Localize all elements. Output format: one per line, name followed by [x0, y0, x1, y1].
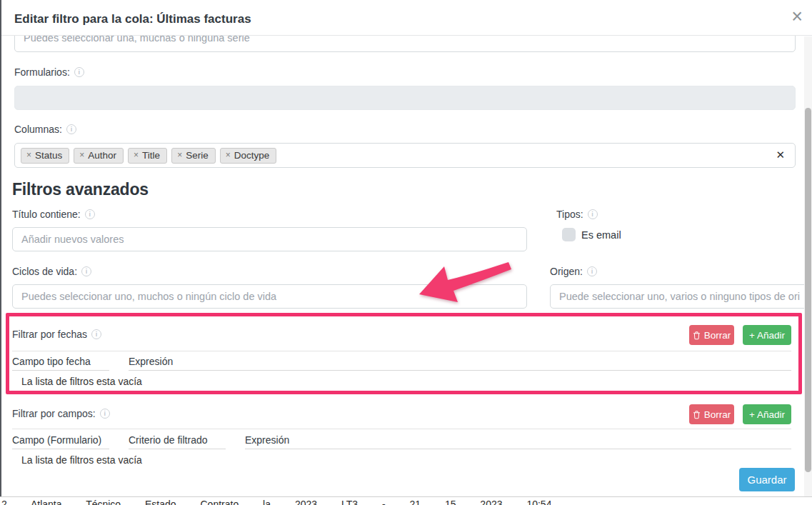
- filtrar-campos-label: Filtrar por campos: i: [12, 408, 110, 419]
- column-tag: × Doctype: [220, 148, 277, 164]
- campos-anadir-label: + Añadir: [749, 409, 785, 420]
- background-table-row: 2 Atlanta Técnico Estado Contrato la 202…: [0, 496, 812, 505]
- info-icon[interactable]: i: [81, 266, 91, 276]
- info-icon[interactable]: i: [85, 209, 95, 219]
- filtrar-fechas-label-text: Filtrar por fechas: [12, 329, 87, 340]
- titulo-contiene-label: Título contiene: i: [12, 209, 95, 220]
- origen-input[interactable]: [550, 284, 809, 309]
- column-tag-label: Status: [35, 150, 62, 161]
- campos-borrar-button[interactable]: Borrar: [689, 404, 734, 424]
- clear-all-icon[interactable]: ✕: [776, 149, 785, 161]
- formularios-label: Formularios: i: [14, 66, 84, 78]
- campos-col-campo: Campo (Formulario): [12, 434, 109, 449]
- info-icon[interactable]: i: [588, 209, 598, 219]
- remove-tag-icon[interactable]: ×: [26, 151, 31, 159]
- column-tag: × Serie: [171, 148, 216, 164]
- campos-empty-text: La lista de filtros esta vacía: [21, 454, 142, 466]
- background-row-text: 2 Atlanta Técnico Estado Contrato la 202…: [1, 499, 812, 505]
- scrollbar-thumb[interactable]: [805, 108, 811, 472]
- info-icon[interactable]: i: [587, 266, 597, 276]
- es-email-checkbox[interactable]: [562, 228, 576, 241]
- remove-tag-icon[interactable]: ×: [177, 151, 182, 159]
- trash-icon: [693, 331, 701, 340]
- columnas-multiselect[interactable]: × Status × Author × Title × Serie × Doct…: [14, 143, 796, 168]
- campos-col-expresion: Expresión: [245, 434, 791, 449]
- campos-borrar-label: Borrar: [704, 409, 731, 420]
- page-left-edge: [0, 0, 1, 496]
- titulo-contiene-label-text: Título contiene:: [12, 209, 81, 220]
- divider: [12, 351, 791, 351]
- ciclos-vida-label: Ciclos de vida: i: [12, 266, 91, 277]
- column-tag-label: Doctype: [234, 150, 270, 161]
- modal-title: Editar filtro para la cola: Últimas fact…: [14, 12, 251, 26]
- tipos-label-text: Tipos:: [556, 209, 583, 220]
- guardar-button[interactable]: Guardar: [739, 468, 795, 491]
- column-tag-label: Author: [88, 150, 116, 161]
- fechas-col-expresion: Expresión: [129, 356, 791, 371]
- divider: [12, 429, 791, 429]
- formularios-label-text: Formularios:: [14, 66, 70, 78]
- remove-tag-icon[interactable]: ×: [226, 151, 231, 159]
- es-email-label: Es email: [581, 229, 621, 241]
- filtrar-campos-label-text: Filtrar por campos:: [12, 408, 96, 419]
- filtrar-fechas-label: Filtrar por fechas i: [12, 329, 101, 340]
- fechas-borrar-label: Borrar: [704, 330, 731, 341]
- column-tag-label: Serie: [186, 150, 209, 161]
- info-icon[interactable]: i: [91, 329, 101, 339]
- trash-icon: [693, 410, 701, 419]
- columnas-label-text: Columnas:: [14, 124, 62, 135]
- tipos-label: Tipos: i: [556, 209, 598, 220]
- fechas-col-campo: Campo tipo fecha: [12, 356, 109, 371]
- fechas-empty-text: La lista de filtros esta vacía: [21, 376, 142, 387]
- columnas-label: Columnas: i: [14, 124, 76, 135]
- guardar-label: Guardar: [747, 474, 786, 486]
- campos-col-criterio: Criterio de filtrado: [129, 434, 226, 449]
- info-icon[interactable]: i: [66, 124, 76, 134]
- fechas-borrar-button[interactable]: Borrar: [689, 325, 734, 345]
- column-tag: × Title: [128, 148, 167, 164]
- ciclos-vida-label-text: Ciclos de vida:: [12, 266, 77, 277]
- advanced-filters-heading: Filtros avanzados: [12, 180, 149, 199]
- titulo-contiene-input[interactable]: [12, 227, 527, 251]
- remove-tag-icon[interactable]: ×: [79, 151, 84, 159]
- origen-label-text: Origen:: [550, 266, 583, 277]
- ciclos-vida-input[interactable]: [12, 284, 527, 309]
- column-tag: × Author: [74, 148, 124, 164]
- remove-tag-icon[interactable]: ×: [134, 151, 139, 159]
- scrollbar-track[interactable]: [804, 36, 812, 496]
- info-icon[interactable]: i: [74, 67, 84, 77]
- origen-label: Origen: i: [550, 266, 597, 277]
- modal-header: Editar filtro para la cola: Últimas fact…: [1, 0, 812, 36]
- formularios-input: [14, 86, 796, 110]
- column-tag: × Status: [21, 148, 69, 164]
- fechas-anadir-button[interactable]: + Añadir: [743, 325, 791, 345]
- close-icon[interactable]: ×: [791, 6, 803, 27]
- fechas-anadir-label: + Añadir: [749, 330, 785, 341]
- info-icon[interactable]: i: [100, 409, 110, 419]
- edit-filter-modal: Editar filtro para la cola: Últimas fact…: [0, 0, 812, 505]
- campos-anadir-button[interactable]: + Añadir: [743, 404, 791, 424]
- column-tag-label: Title: [142, 150, 160, 161]
